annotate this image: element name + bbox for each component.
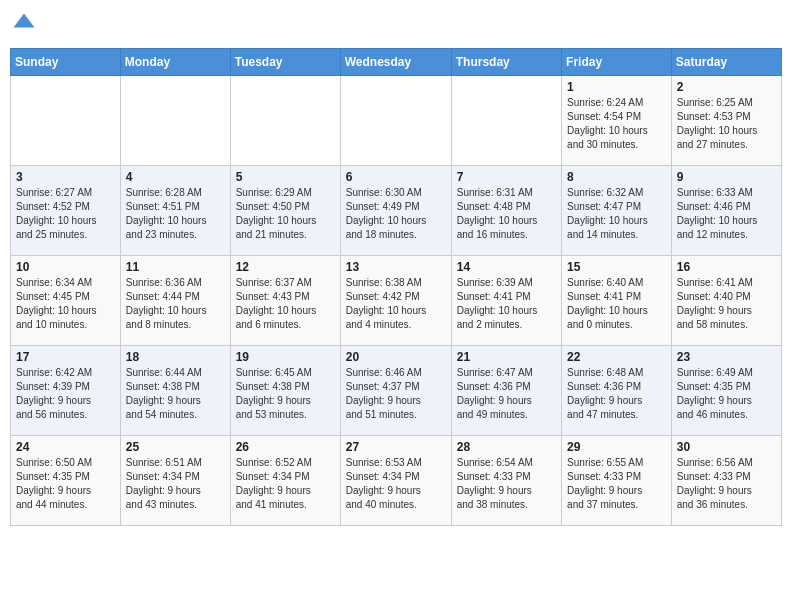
day-info: Sunrise: 6:30 AM Sunset: 4:49 PM Dayligh…	[346, 186, 446, 242]
calendar-header-sunday: Sunday	[11, 49, 121, 76]
day-number: 9	[677, 170, 776, 184]
day-number: 5	[236, 170, 335, 184]
calendar-header-row: SundayMondayTuesdayWednesdayThursdayFrid…	[11, 49, 782, 76]
day-info: Sunrise: 6:31 AM Sunset: 4:48 PM Dayligh…	[457, 186, 556, 242]
day-number: 17	[16, 350, 115, 364]
calendar-cell: 19Sunrise: 6:45 AM Sunset: 4:38 PM Dayli…	[230, 346, 340, 436]
day-info: Sunrise: 6:52 AM Sunset: 4:34 PM Dayligh…	[236, 456, 335, 512]
day-info: Sunrise: 6:25 AM Sunset: 4:53 PM Dayligh…	[677, 96, 776, 152]
day-info: Sunrise: 6:51 AM Sunset: 4:34 PM Dayligh…	[126, 456, 225, 512]
calendar-cell: 10Sunrise: 6:34 AM Sunset: 4:45 PM Dayli…	[11, 256, 121, 346]
day-number: 23	[677, 350, 776, 364]
calendar-cell: 5Sunrise: 6:29 AM Sunset: 4:50 PM Daylig…	[230, 166, 340, 256]
day-number: 8	[567, 170, 666, 184]
calendar-header-monday: Monday	[120, 49, 230, 76]
calendar-header-wednesday: Wednesday	[340, 49, 451, 76]
day-number: 12	[236, 260, 335, 274]
calendar-cell: 17Sunrise: 6:42 AM Sunset: 4:39 PM Dayli…	[11, 346, 121, 436]
calendar-cell: 21Sunrise: 6:47 AM Sunset: 4:36 PM Dayli…	[451, 346, 561, 436]
calendar-cell: 16Sunrise: 6:41 AM Sunset: 4:40 PM Dayli…	[671, 256, 781, 346]
day-info: Sunrise: 6:46 AM Sunset: 4:37 PM Dayligh…	[346, 366, 446, 422]
day-number: 1	[567, 80, 666, 94]
calendar-cell: 15Sunrise: 6:40 AM Sunset: 4:41 PM Dayli…	[562, 256, 672, 346]
calendar-cell: 26Sunrise: 6:52 AM Sunset: 4:34 PM Dayli…	[230, 436, 340, 526]
calendar-cell: 12Sunrise: 6:37 AM Sunset: 4:43 PM Dayli…	[230, 256, 340, 346]
calendar-table: SundayMondayTuesdayWednesdayThursdayFrid…	[10, 48, 782, 526]
day-number: 24	[16, 440, 115, 454]
calendar-cell: 18Sunrise: 6:44 AM Sunset: 4:38 PM Dayli…	[120, 346, 230, 436]
calendar-week-5: 24Sunrise: 6:50 AM Sunset: 4:35 PM Dayli…	[11, 436, 782, 526]
day-info: Sunrise: 6:50 AM Sunset: 4:35 PM Dayligh…	[16, 456, 115, 512]
day-info: Sunrise: 6:56 AM Sunset: 4:33 PM Dayligh…	[677, 456, 776, 512]
day-info: Sunrise: 6:34 AM Sunset: 4:45 PM Dayligh…	[16, 276, 115, 332]
day-number: 3	[16, 170, 115, 184]
day-number: 27	[346, 440, 446, 454]
day-info: Sunrise: 6:40 AM Sunset: 4:41 PM Dayligh…	[567, 276, 666, 332]
calendar-cell: 7Sunrise: 6:31 AM Sunset: 4:48 PM Daylig…	[451, 166, 561, 256]
day-info: Sunrise: 6:39 AM Sunset: 4:41 PM Dayligh…	[457, 276, 556, 332]
day-number: 7	[457, 170, 556, 184]
day-info: Sunrise: 6:37 AM Sunset: 4:43 PM Dayligh…	[236, 276, 335, 332]
day-info: Sunrise: 6:33 AM Sunset: 4:46 PM Dayligh…	[677, 186, 776, 242]
calendar-cell: 29Sunrise: 6:55 AM Sunset: 4:33 PM Dayli…	[562, 436, 672, 526]
calendar-cell: 20Sunrise: 6:46 AM Sunset: 4:37 PM Dayli…	[340, 346, 451, 436]
calendar-header-tuesday: Tuesday	[230, 49, 340, 76]
day-info: Sunrise: 6:29 AM Sunset: 4:50 PM Dayligh…	[236, 186, 335, 242]
day-info: Sunrise: 6:48 AM Sunset: 4:36 PM Dayligh…	[567, 366, 666, 422]
calendar-week-4: 17Sunrise: 6:42 AM Sunset: 4:39 PM Dayli…	[11, 346, 782, 436]
day-number: 28	[457, 440, 556, 454]
logo-icon	[10, 10, 38, 38]
day-number: 11	[126, 260, 225, 274]
calendar-cell: 8Sunrise: 6:32 AM Sunset: 4:47 PM Daylig…	[562, 166, 672, 256]
day-number: 30	[677, 440, 776, 454]
day-info: Sunrise: 6:41 AM Sunset: 4:40 PM Dayligh…	[677, 276, 776, 332]
calendar-cell: 13Sunrise: 6:38 AM Sunset: 4:42 PM Dayli…	[340, 256, 451, 346]
calendar-cell: 25Sunrise: 6:51 AM Sunset: 4:34 PM Dayli…	[120, 436, 230, 526]
day-info: Sunrise: 6:27 AM Sunset: 4:52 PM Dayligh…	[16, 186, 115, 242]
day-info: Sunrise: 6:54 AM Sunset: 4:33 PM Dayligh…	[457, 456, 556, 512]
calendar-cell: 9Sunrise: 6:33 AM Sunset: 4:46 PM Daylig…	[671, 166, 781, 256]
day-info: Sunrise: 6:53 AM Sunset: 4:34 PM Dayligh…	[346, 456, 446, 512]
day-number: 19	[236, 350, 335, 364]
calendar-cell: 3Sunrise: 6:27 AM Sunset: 4:52 PM Daylig…	[11, 166, 121, 256]
day-number: 15	[567, 260, 666, 274]
calendar-cell: 2Sunrise: 6:25 AM Sunset: 4:53 PM Daylig…	[671, 76, 781, 166]
calendar-cell: 6Sunrise: 6:30 AM Sunset: 4:49 PM Daylig…	[340, 166, 451, 256]
day-info: Sunrise: 6:47 AM Sunset: 4:36 PM Dayligh…	[457, 366, 556, 422]
day-number: 10	[16, 260, 115, 274]
day-info: Sunrise: 6:42 AM Sunset: 4:39 PM Dayligh…	[16, 366, 115, 422]
calendar-cell: 24Sunrise: 6:50 AM Sunset: 4:35 PM Dayli…	[11, 436, 121, 526]
calendar-cell: 1Sunrise: 6:24 AM Sunset: 4:54 PM Daylig…	[562, 76, 672, 166]
day-number: 2	[677, 80, 776, 94]
day-number: 18	[126, 350, 225, 364]
calendar-cell	[340, 76, 451, 166]
day-number: 13	[346, 260, 446, 274]
calendar-cell: 14Sunrise: 6:39 AM Sunset: 4:41 PM Dayli…	[451, 256, 561, 346]
day-number: 21	[457, 350, 556, 364]
calendar-cell: 11Sunrise: 6:36 AM Sunset: 4:44 PM Dayli…	[120, 256, 230, 346]
day-number: 20	[346, 350, 446, 364]
day-number: 25	[126, 440, 225, 454]
day-info: Sunrise: 6:24 AM Sunset: 4:54 PM Dayligh…	[567, 96, 666, 152]
day-info: Sunrise: 6:38 AM Sunset: 4:42 PM Dayligh…	[346, 276, 446, 332]
calendar-header-saturday: Saturday	[671, 49, 781, 76]
calendar-cell: 28Sunrise: 6:54 AM Sunset: 4:33 PM Dayli…	[451, 436, 561, 526]
day-info: Sunrise: 6:49 AM Sunset: 4:35 PM Dayligh…	[677, 366, 776, 422]
day-number: 14	[457, 260, 556, 274]
calendar-cell: 22Sunrise: 6:48 AM Sunset: 4:36 PM Dayli…	[562, 346, 672, 436]
day-info: Sunrise: 6:32 AM Sunset: 4:47 PM Dayligh…	[567, 186, 666, 242]
calendar-cell: 4Sunrise: 6:28 AM Sunset: 4:51 PM Daylig…	[120, 166, 230, 256]
calendar-header-thursday: Thursday	[451, 49, 561, 76]
calendar-cell	[230, 76, 340, 166]
calendar-cell: 27Sunrise: 6:53 AM Sunset: 4:34 PM Dayli…	[340, 436, 451, 526]
day-number: 29	[567, 440, 666, 454]
calendar-cell	[120, 76, 230, 166]
day-info: Sunrise: 6:28 AM Sunset: 4:51 PM Dayligh…	[126, 186, 225, 242]
day-number: 26	[236, 440, 335, 454]
calendar-cell	[11, 76, 121, 166]
calendar-week-1: 1Sunrise: 6:24 AM Sunset: 4:54 PM Daylig…	[11, 76, 782, 166]
day-info: Sunrise: 6:44 AM Sunset: 4:38 PM Dayligh…	[126, 366, 225, 422]
page-header	[10, 10, 782, 38]
day-number: 22	[567, 350, 666, 364]
svg-marker-0	[14, 14, 35, 28]
